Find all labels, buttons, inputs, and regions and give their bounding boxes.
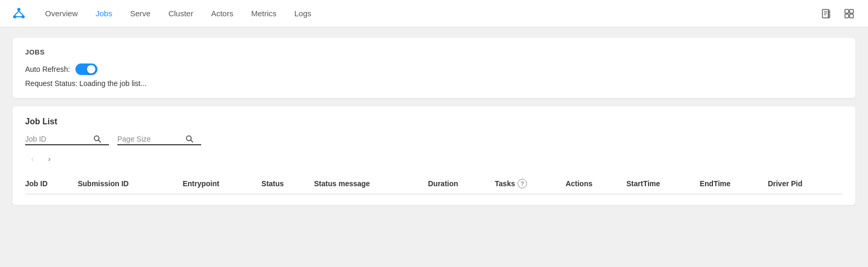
svg-rect-13 <box>845 14 849 18</box>
svg-rect-6 <box>822 9 829 18</box>
svg-line-4 <box>19 11 23 15</box>
col-header-entrypoint: Entrypoint <box>183 174 261 194</box>
panel-icon-button[interactable] <box>841 5 858 22</box>
table-header-row: Job ID Submission ID Entrypoint Status S <box>25 174 843 194</box>
nav-links: Overview Jobs Serve Cluster Actors Metri… <box>38 6 818 21</box>
col-header-start-time: StartTime <box>627 174 700 194</box>
prev-page-button[interactable]: ‹ <box>25 152 40 166</box>
jobs-panel-card: JOBS Auto Refresh: Request Status: Loadi… <box>13 38 855 98</box>
jobs-title: JOBS <box>25 48 843 56</box>
col-header-driver-pid: Driver Pid <box>768 174 843 194</box>
col-header-status: Status <box>261 174 314 194</box>
job-id-search-field <box>25 135 109 145</box>
auto-refresh-label: Auto Refresh: <box>25 65 70 73</box>
main-content: JOBS Auto Refresh: Request Status: Loadi… <box>0 27 868 216</box>
svg-rect-11 <box>845 9 849 13</box>
svg-line-18 <box>191 140 193 142</box>
job-list-card: Job List <box>13 106 855 205</box>
job-id-search-input[interactable] <box>25 135 93 143</box>
pagination-row: ‹ › <box>25 152 843 166</box>
page-size-search-input[interactable] <box>117 135 185 143</box>
nav-link-overview[interactable]: Overview <box>38 6 85 21</box>
job-id-search-button[interactable] <box>93 135 102 143</box>
col-header-tasks: Tasks ? <box>495 174 566 194</box>
topnav-right <box>818 5 858 22</box>
nav-link-serve[interactable]: Serve <box>123 6 158 21</box>
book-icon-button[interactable] <box>818 5 834 22</box>
svg-point-0 <box>17 8 20 11</box>
svg-line-16 <box>98 140 101 142</box>
svg-rect-14 <box>850 14 853 18</box>
nav-link-cluster[interactable]: Cluster <box>161 6 201 21</box>
auto-refresh-row: Auto Refresh: <box>25 63 843 75</box>
col-header-job-id: Job ID <box>25 174 78 194</box>
nav-link-metrics[interactable]: Metrics <box>244 6 283 21</box>
request-status: Request Status: Loading the job list... <box>25 79 843 88</box>
topnav: Overview Jobs Serve Cluster Actors Metri… <box>0 0 868 27</box>
page-size-search-button[interactable] <box>185 135 194 143</box>
job-list-title: Job List <box>25 117 843 126</box>
svg-line-3 <box>15 11 19 15</box>
col-header-duration: Duration <box>428 174 495 194</box>
auto-refresh-toggle[interactable] <box>75 63 97 75</box>
job-list-table: Job ID Submission ID Entrypoint Status S <box>25 174 843 195</box>
page-size-search-field <box>117 135 201 145</box>
col-header-status-message: Status message <box>314 174 428 194</box>
nav-link-logs[interactable]: Logs <box>287 6 319 21</box>
svg-rect-12 <box>850 9 853 13</box>
nav-link-actors[interactable]: Actors <box>204 6 241 21</box>
table-header: Job ID Submission ID Entrypoint Status S <box>25 174 843 194</box>
logo[interactable] <box>10 4 27 23</box>
toggle-thumb <box>87 65 95 73</box>
next-page-button[interactable]: › <box>42 152 57 166</box>
col-header-actions: Actions <box>566 174 627 194</box>
filter-row <box>25 135 843 145</box>
col-header-submission-id: Submission ID <box>78 174 182 194</box>
nav-link-jobs[interactable]: Jobs <box>89 6 120 21</box>
tasks-help-icon[interactable]: ? <box>518 179 527 188</box>
col-header-end-time: EndTime <box>700 174 768 194</box>
job-list-table-wrap: Job ID Submission ID Entrypoint Status S <box>25 174 843 195</box>
